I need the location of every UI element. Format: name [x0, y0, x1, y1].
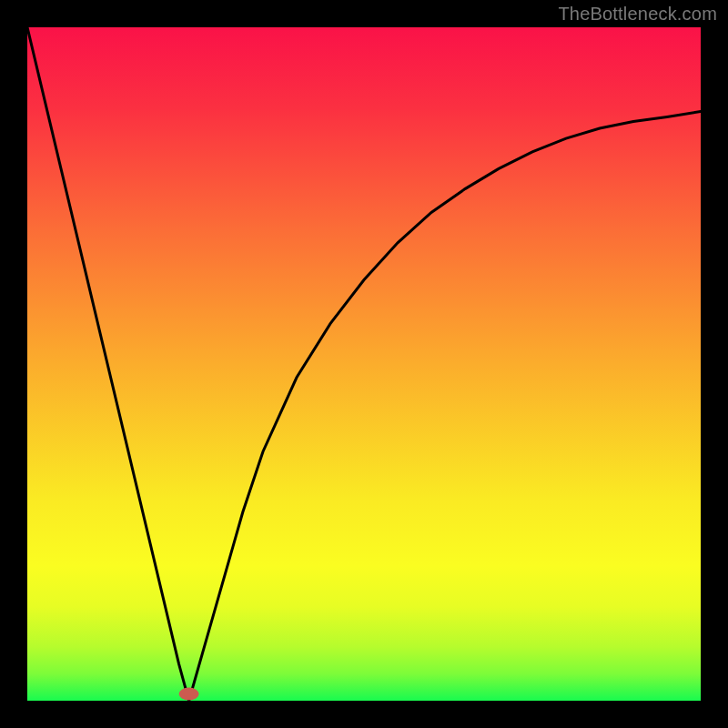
- bottleneck-marker: [179, 688, 199, 701]
- chart-frame: TheBottleneck.com: [0, 0, 728, 728]
- chart-svg: [27, 27, 701, 701]
- watermark-text: TheBottleneck.com: [558, 4, 717, 25]
